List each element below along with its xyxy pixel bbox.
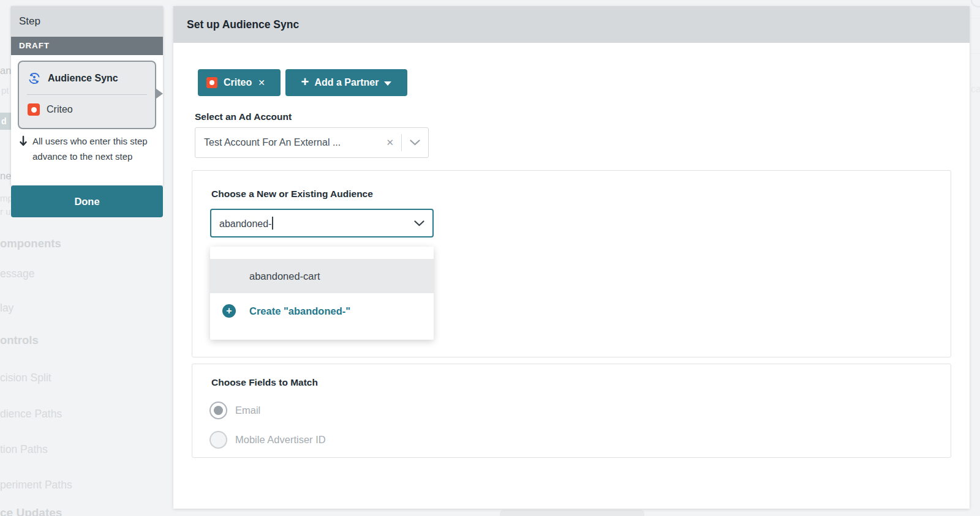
- background-divider: [970, 18, 980, 18]
- step-panel: Step DRAFT Audience Sync: [11, 6, 163, 185]
- done-button[interactable]: Done: [11, 185, 163, 217]
- status-badge: DRAFT: [11, 37, 163, 55]
- plus-icon: +: [301, 75, 309, 89]
- background-text-fragment: cision Split: [0, 372, 51, 384]
- remove-partner-icon[interactable]: ✕: [258, 78, 265, 88]
- step-panel-body: Audience Sync Criteo All users who enter…: [11, 55, 163, 185]
- ad-account-value: Test Account For An External ...: [195, 137, 379, 148]
- step-note-text: All users who enter this step advance to…: [32, 133, 148, 164]
- clear-icon[interactable]: ✕: [379, 137, 401, 148]
- create-audience-option[interactable]: + Create "abandoned-": [210, 293, 434, 329]
- dropdown-padding: [210, 329, 434, 340]
- advance-arrow-icon: [18, 135, 28, 164]
- partner-chip-label: Criteo: [224, 77, 252, 88]
- step-card-divider: [27, 94, 147, 95]
- background-text-fragment: lay: [0, 302, 13, 315]
- step-panel-title: Step: [11, 6, 163, 37]
- ad-account-select[interactable]: Test Account For An External ... ✕: [195, 127, 429, 158]
- background-chip-fragment: d T: [0, 113, 12, 130]
- audience-section-label: Choose a New or Existing Audience: [211, 189, 373, 200]
- ad-account-label: Select an Ad Account: [195, 111, 292, 122]
- background-text-fragment: an: [0, 65, 11, 77]
- plus-circle-icon: +: [222, 304, 236, 318]
- background-text-fragment: pt: [1, 85, 9, 95]
- chevron-down-icon[interactable]: [402, 140, 428, 146]
- radio-button-selected[interactable]: [209, 402, 227, 419]
- audience-sync-panel: Set up Audience Sync Criteo ✕ + Add a Pa…: [173, 6, 970, 509]
- background-text-fragment: omponents: [0, 237, 61, 250]
- background-divider: [970, 53, 980, 54]
- radio-mobile-advertiser-id[interactable]: Mobile Advertiser ID: [209, 431, 326, 449]
- radio-email[interactable]: Email: [209, 402, 260, 419]
- dropdown-spacer: [210, 247, 434, 259]
- background-text-fragment: ca: [971, 84, 980, 95]
- page: an pt d T ne mp r u omponents essage lay…: [0, 0, 980, 516]
- create-audience-label: Create "abandoned-": [249, 305, 350, 317]
- criteo-logo: [28, 103, 40, 116]
- audience-dropdown: abandoned-cart + Create "abandoned-": [210, 247, 434, 340]
- radio-email-label: Email: [235, 405, 260, 416]
- dropdown-option-abandoned-cart[interactable]: abandoned-cart: [210, 259, 434, 293]
- criteo-logo: [206, 77, 217, 88]
- step-card-partner: Criteo: [47, 104, 73, 115]
- background-text-fragment: ontrols: [0, 334, 39, 347]
- background-text-fragment: periment Paths: [0, 479, 72, 492]
- fields-section-label: Choose Fields to Match: [211, 377, 318, 388]
- step-card-title: Audience Sync: [48, 73, 118, 84]
- background-text-fragment: essage: [0, 267, 34, 280]
- radio-mobile-advertiser-id-label: Mobile Advertiser ID: [235, 434, 326, 446]
- step-card-arrow: [156, 89, 163, 99]
- chevron-down-icon[interactable]: [406, 220, 432, 226]
- background-avatar-fragment: [971, 0, 980, 7]
- background-text-fragment: dience Paths: [0, 408, 62, 421]
- dropdown-caret-icon: [384, 81, 391, 86]
- audience-input-value: abandoned-: [211, 217, 273, 230]
- background-text-fragment: ne: [0, 170, 11, 182]
- add-partner-button[interactable]: + Add a Partner: [285, 69, 407, 96]
- background-element: [500, 510, 644, 516]
- background-text-fragment: r u: [0, 206, 11, 217]
- step-note: All users who enter this step advance to…: [18, 133, 148, 164]
- criteo-partner-chip[interactable]: Criteo ✕: [198, 69, 281, 96]
- step-card[interactable]: Audience Sync Criteo: [18, 61, 156, 129]
- text-caret: [272, 217, 273, 230]
- add-partner-label: Add a Partner: [314, 77, 379, 88]
- background-text-fragment: tion Paths: [0, 443, 48, 456]
- background-text-fragment: ce Updates: [0, 506, 62, 516]
- radio-button-unselected[interactable]: [209, 431, 227, 449]
- audience-sync-icon: [28, 72, 41, 85]
- panel-title: Set up Audience Sync: [173, 6, 970, 43]
- audience-combobox[interactable]: abandoned-: [210, 209, 434, 237]
- panel-header: Set up Audience Sync: [173, 6, 970, 43]
